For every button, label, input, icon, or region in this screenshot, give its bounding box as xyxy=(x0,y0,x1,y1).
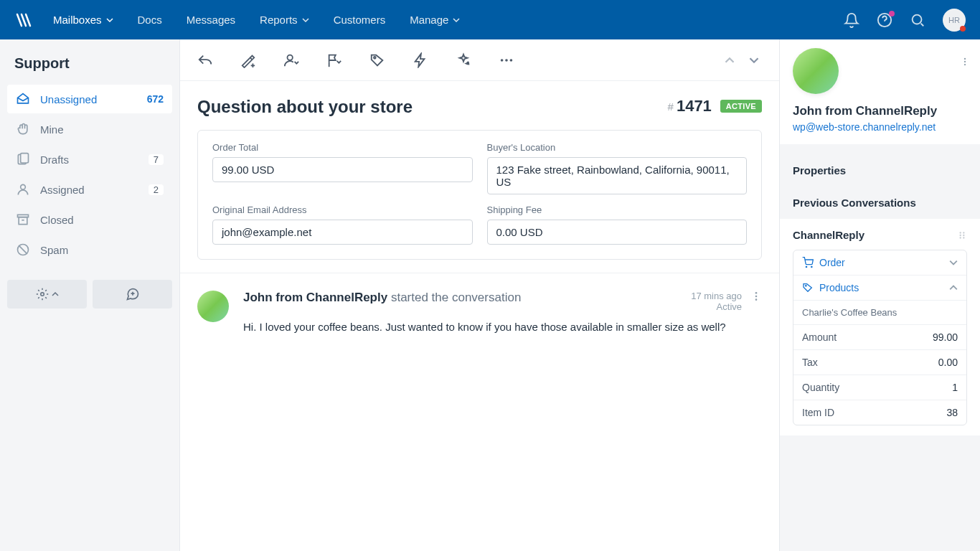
thread-item: John from ChannelReply started the conve… xyxy=(197,273,762,350)
assign-icon[interactable] xyxy=(283,52,299,68)
svg-point-20 xyxy=(960,232,961,233)
sender-name: John from ChannelReply xyxy=(243,291,387,304)
sender-avatar[interactable] xyxy=(197,291,229,322)
product-amount-row: Amount99.00 xyxy=(793,325,966,350)
product-qty-row: Quantity1 xyxy=(793,375,966,400)
cart-icon xyxy=(802,257,814,268)
buyer-location-label: Buyer's Location xyxy=(487,142,748,153)
svg-point-25 xyxy=(963,237,964,238)
more-icon[interactable] xyxy=(499,52,514,68)
svg-point-12 xyxy=(505,59,508,62)
user-avatar[interactable]: HR xyxy=(943,9,966,32)
svg-point-16 xyxy=(755,298,758,301)
svg-point-28 xyxy=(806,286,806,286)
next-convo-icon[interactable] xyxy=(746,52,762,68)
drag-handle-icon[interactable] xyxy=(957,230,967,240)
sidebar-item-spam[interactable]: Spam xyxy=(7,235,172,264)
nav-docs[interactable]: Docs xyxy=(138,14,162,26)
ai-icon[interactable] xyxy=(456,52,471,68)
profile-menu-icon[interactable] xyxy=(960,57,970,67)
bell-icon[interactable] xyxy=(844,12,859,28)
svg-point-24 xyxy=(960,237,961,238)
svg-point-17 xyxy=(964,58,966,60)
svg-rect-3 xyxy=(21,154,29,163)
conversation-title: Question about your store xyxy=(197,97,668,117)
sidebar-title: Support xyxy=(0,55,179,85)
svg-point-15 xyxy=(755,296,758,298)
sidebar-item-unassigned[interactable]: Unassigned 672 xyxy=(7,85,172,113)
svg-point-23 xyxy=(963,234,964,235)
products-row[interactable]: Products xyxy=(793,276,966,301)
customer-avatar[interactable] xyxy=(793,48,839,94)
svg-point-19 xyxy=(964,64,966,65)
sidebar-item-mine[interactable]: Mine xyxy=(7,115,172,143)
note-icon[interactable] xyxy=(240,52,256,68)
search-icon[interactable] xyxy=(910,12,925,28)
svg-point-11 xyxy=(501,59,504,62)
sidebar-item-closed[interactable]: Closed xyxy=(7,205,172,234)
nav-mailboxes[interactable]: Mailboxes xyxy=(53,14,113,26)
svg-point-8 xyxy=(40,293,44,296)
new-conversation-button[interactable] xyxy=(93,280,172,309)
svg-point-21 xyxy=(963,232,964,233)
top-navbar: Mailboxes Docs Messages Reports Customer… xyxy=(0,0,980,39)
settings-button[interactable] xyxy=(7,280,87,309)
sidebar-item-drafts[interactable]: Drafts 7 xyxy=(7,145,172,174)
tag-icon[interactable] xyxy=(369,52,385,68)
inbox-open-icon xyxy=(16,92,30,106)
sidebar: Support Unassigned 672 Mine Drafts 7 Ass… xyxy=(0,39,180,551)
customer-name: John from ChannelReply xyxy=(793,104,967,118)
svg-point-26 xyxy=(806,266,806,267)
nav-reports[interactable]: Reports xyxy=(260,14,309,26)
app-name: ChannelReply xyxy=(793,229,864,241)
workflow-icon[interactable] xyxy=(413,52,428,68)
order-total-value[interactable]: 99.00 USD xyxy=(212,157,473,182)
main-content: Question about your store # 1471 ACTIVE … xyxy=(180,39,779,551)
prev-convo-icon[interactable] xyxy=(722,52,738,68)
thread-state: Active xyxy=(717,301,742,312)
id-hash: # xyxy=(668,100,674,113)
shipping-fee-value[interactable]: 0.00 USD xyxy=(487,220,748,245)
svg-point-14 xyxy=(755,292,758,294)
thread-action: started the conversation xyxy=(387,291,521,304)
thread-menu-icon[interactable] xyxy=(750,291,762,302)
nav-customers[interactable]: Customers xyxy=(334,14,386,26)
app-logo[interactable] xyxy=(14,11,32,29)
properties-section[interactable]: Properties xyxy=(780,154,980,187)
hand-icon xyxy=(16,122,30,136)
svg-point-9 xyxy=(288,55,293,60)
status-icon[interactable] xyxy=(326,52,342,68)
block-icon xyxy=(16,242,30,257)
status-badge: ACTIVE xyxy=(720,100,762,113)
product-name: Charlie's Coffee Beans xyxy=(793,301,966,325)
svg-point-18 xyxy=(964,61,966,62)
help-icon[interactable] xyxy=(877,12,892,28)
original-email-value[interactable]: john@example.net xyxy=(212,220,473,245)
nav-manage[interactable]: Manage xyxy=(410,14,460,26)
channelreply-card: ChannelReply Order Products Charlie's Co… xyxy=(780,219,980,435)
customer-profile: John from ChannelReply wp@web-store.chan… xyxy=(780,39,980,144)
svg-point-13 xyxy=(510,59,513,62)
buyer-location-value[interactable]: 123 Fake street, Rainbowland, California… xyxy=(487,157,748,194)
svg-point-10 xyxy=(374,56,376,58)
sidebar-item-assigned[interactable]: Assigned 2 xyxy=(7,175,172,204)
shipping-fee-label: Shipping Fee xyxy=(487,204,748,215)
thread-time: 17 mins ago xyxy=(691,291,742,301)
order-info-box: Order Total 99.00 USD Buyer's Location 1… xyxy=(197,130,762,260)
right-panel: John from ChannelReply wp@web-store.chan… xyxy=(779,39,980,551)
original-email-label: Original Email Address xyxy=(212,204,473,215)
nav-messages[interactable]: Messages xyxy=(187,14,235,26)
drafts-icon xyxy=(16,152,30,166)
conversation-toolbar xyxy=(180,39,779,81)
order-total-label: Order Total xyxy=(212,142,473,153)
order-row[interactable]: Order xyxy=(793,250,966,276)
prev-conversations-section[interactable]: Previous Conversations xyxy=(780,187,980,219)
person-icon xyxy=(16,182,30,197)
svg-point-27 xyxy=(811,266,812,267)
reply-icon[interactable] xyxy=(197,52,213,68)
customer-email[interactable]: wp@web-store.channelreply.net xyxy=(793,121,967,133)
product-itemid-row: Item ID38 xyxy=(793,400,966,425)
svg-point-1 xyxy=(913,14,922,24)
thread-message: Hi. I loved your coffee beans. Just want… xyxy=(243,321,762,333)
tag-small-icon xyxy=(802,282,814,293)
